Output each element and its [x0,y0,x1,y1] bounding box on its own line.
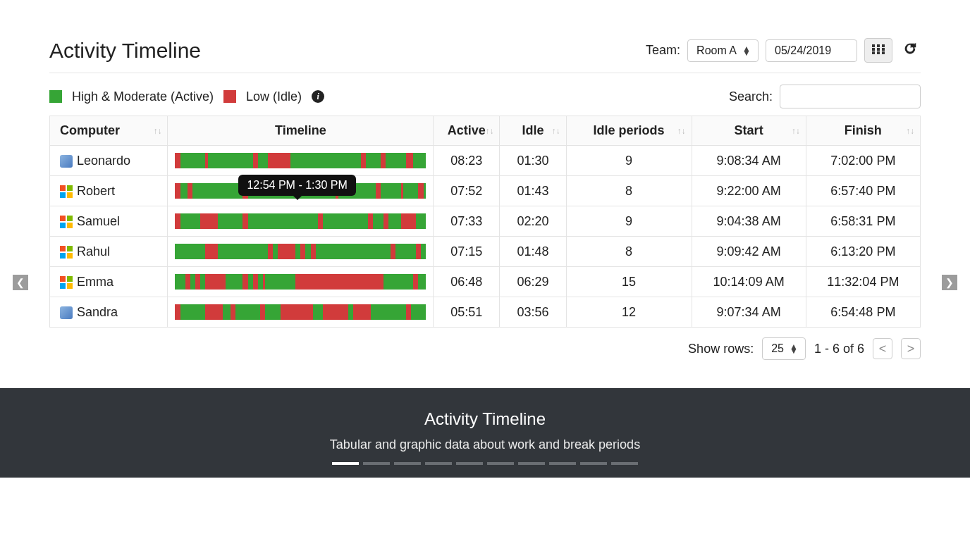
legend-idle-label: Low (Idle) [246,89,302,104]
cell-active: 08:23 [434,146,500,176]
timeline-bar[interactable] [175,274,426,290]
timeline-bar[interactable] [175,304,426,320]
table-row[interactable]: Robert12:54 PM - 1:30 PM07:5201:4389:22:… [50,176,921,206]
search-label: Search: [729,89,773,104]
cell-start: 9:08:34 AM [692,146,806,176]
mac-os-icon [60,155,73,168]
cell-idle_periods: 12 [566,297,692,328]
col-start[interactable]: Start↑↓ [692,116,806,146]
timeline-bar[interactable] [175,213,426,229]
cell-active: 07:52 [434,176,500,206]
cell-start: 9:07:34 AM [692,297,806,328]
pager-next[interactable]: > [901,338,921,359]
svg-rect-4 [877,48,880,51]
svg-rect-6 [872,51,875,54]
windows-os-icon [60,216,73,228]
legend-idle-swatch [223,90,236,103]
legend-active-swatch [49,90,62,103]
timeline-bar[interactable] [175,153,426,168]
sort-icon: ↑↓ [677,128,686,133]
show-rows-label: Show rows: [688,342,754,356]
sort-icon: ↑↓ [153,128,161,133]
windows-os-icon [60,276,73,289]
cell-start: 10:14:09 AM [692,267,806,297]
cell-idle_periods: 15 [566,267,692,297]
carousel-next[interactable]: ❯ [942,275,957,290]
computer-name: Emma [77,275,113,289]
computer-name: Sandra [77,305,118,319]
computer-name: Leonardo [77,154,130,168]
pager-prev[interactable]: < [873,338,892,359]
table-row[interactable]: Leonardo08:2301:3099:08:34 AM7:02:00 PM [50,146,921,176]
cell-idle: 06:29 [500,267,566,297]
cell-idle: 01:43 [500,176,566,206]
svg-rect-7 [877,51,880,54]
cell-idle: 01:30 [500,146,566,176]
svg-rect-2 [882,44,885,47]
caption-title: Activity Timeline [0,409,970,429]
page-title: Activity Timeline [49,39,201,63]
cell-start: 9:22:00 AM [692,176,806,206]
windows-os-icon [60,246,73,259]
cell-idle_periods: 9 [566,206,692,237]
table-row[interactable]: Emma06:4806:291510:14:09 AM11:32:04 PM [50,267,921,297]
sort-icon: ↑↓ [552,128,560,133]
legend-active-label: High & Moderate (Active) [72,89,214,104]
cell-idle_periods: 9 [566,146,692,176]
cell-idle: 02:20 [500,206,566,237]
table-row[interactable]: Samuel07:3302:2099:04:38 AM6:58:31 PM [50,206,921,237]
carousel-prev[interactable]: ❮ [13,275,28,290]
caret-icon: ▲▼ [742,46,751,55]
timeline-tooltip: 12:54 PM - 1:30 PM [238,175,355,196]
info-icon[interactable]: i [312,90,324,103]
cell-active: 06:48 [434,267,500,297]
svg-rect-0 [872,44,875,47]
cell-start: 9:09:42 AM [692,237,806,267]
team-select[interactable]: Room A ▲▼ [687,39,759,62]
computer-name: Samuel [77,214,120,228]
show-rows-select[interactable]: 25 ▲▼ [762,337,806,360]
cell-idle_periods: 8 [566,237,692,267]
cell-idle_periods: 8 [566,176,692,206]
cell-active: 07:15 [434,237,500,267]
table-row[interactable]: Sandra05:5103:56129:07:34 AM6:54:48 PM [50,297,921,328]
cell-finish: 11:32:04 PM [806,267,920,297]
pager-range: 1 - 6 of 6 [814,342,864,356]
col-timeline[interactable]: Timeline [168,116,434,146]
sort-icon: ↑↓ [792,128,800,133]
cell-finish: 6:13:20 PM [806,237,920,267]
grid-view-button[interactable] [864,38,892,63]
svg-rect-3 [872,48,875,51]
col-active[interactable]: Active↑↓ [434,116,500,146]
search-input[interactable] [780,85,921,108]
computer-name: Rahul [77,244,110,259]
mac-os-icon [60,306,73,319]
col-finish[interactable]: Finish↑↓ [806,116,920,146]
col-idle[interactable]: Idle↑↓ [500,116,566,146]
date-input[interactable]: 05/24/2019 [766,39,857,62]
col-computer[interactable]: Computer↑↓ [50,116,168,146]
caret-icon: ▲▼ [790,344,798,353]
sort-icon: ↑↓ [485,128,493,133]
sort-icon: ↑↓ [906,128,914,133]
cell-active: 05:51 [434,297,500,328]
timeline-bar[interactable] [175,244,426,259]
carousel-indicators[interactable] [0,462,970,465]
computer-name: Robert [77,184,115,198]
cell-active: 07:33 [434,206,500,237]
svg-rect-5 [882,48,885,51]
caption-band: Activity Timeline Tabular and graphic da… [0,388,970,478]
grid-icon [872,44,885,54]
cell-finish: 7:02:00 PM [806,146,920,176]
cell-idle: 01:48 [500,237,566,267]
team-label: Team: [646,43,680,58]
refresh-icon [902,41,918,56]
cell-start: 9:04:38 AM [692,206,806,237]
svg-rect-8 [882,51,885,54]
refresh-button[interactable] [900,38,921,63]
activity-table: Computer↑↓ Timeline Active↑↓ Idle↑↓ Idle… [49,116,921,328]
table-row[interactable]: Rahul07:1501:4889:09:42 AM6:13:20 PM [50,237,921,267]
cell-finish: 6:58:31 PM [806,206,920,237]
col-idle-periods[interactable]: Idle periods↑↓ [566,116,692,146]
cell-idle: 03:56 [500,297,566,328]
